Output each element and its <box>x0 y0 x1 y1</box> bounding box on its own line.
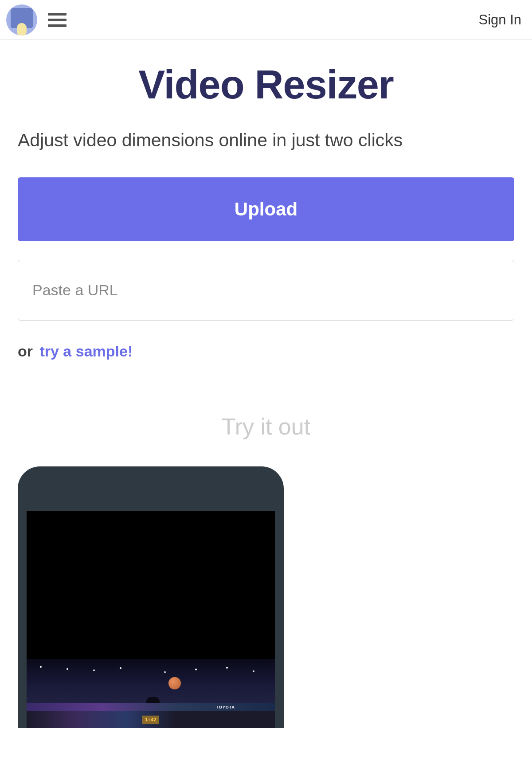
phone-mockup: TOYOTA 1:42 <box>18 466 284 728</box>
page-title: Video Resizer <box>18 62 514 108</box>
scoreboard-area: TOYOTA 1:42 <box>27 697 275 728</box>
app-logo[interactable] <box>6 4 37 35</box>
or-text: or <box>18 343 33 360</box>
url-input[interactable] <box>18 260 514 321</box>
phone-screen: TOYOTA 1:42 <box>27 511 275 728</box>
try-sample-link[interactable]: try a sample! <box>39 343 133 360</box>
court-lower-banner: 1:42 <box>27 711 275 728</box>
or-sample-row: or try a sample! <box>18 343 514 360</box>
court-banner <box>27 703 275 711</box>
upload-button[interactable]: Upload <box>18 177 514 241</box>
video-preview: TOYOTA 1:42 <box>27 659 275 728</box>
try-it-out-heading: Try it out <box>18 413 514 440</box>
hamburger-menu-icon[interactable] <box>48 13 66 27</box>
app-header: Sign In <box>0 0 532 40</box>
video-time-display: 1:42 <box>142 716 160 724</box>
sponsor-text: TOYOTA <box>216 705 235 709</box>
arena-lights-decoration <box>27 664 275 677</box>
page-subtitle: Adjust video dimensions online in just t… <box>18 130 514 151</box>
sign-in-link[interactable]: Sign In <box>478 12 521 28</box>
main-content: Video Resizer Adjust video dimensions on… <box>0 40 532 728</box>
basketball-icon <box>168 677 181 689</box>
header-left-group <box>6 4 66 35</box>
